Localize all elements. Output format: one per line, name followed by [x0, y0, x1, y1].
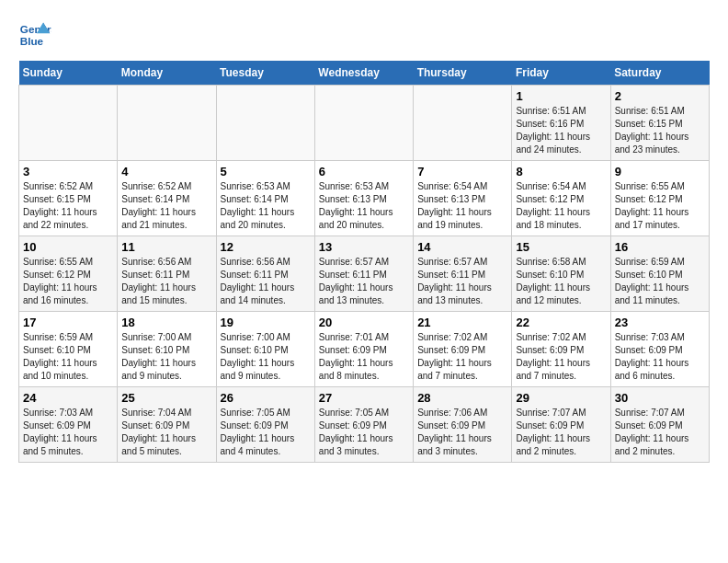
calendar-week-row: 3Sunrise: 6:52 AM Sunset: 6:15 PM Daylig… — [19, 161, 710, 236]
day-info: Sunrise: 7:05 AM Sunset: 6:09 PM Dayligh… — [319, 407, 409, 458]
calendar-cell: 13Sunrise: 6:57 AM Sunset: 6:11 PM Dayli… — [314, 236, 413, 312]
weekday-header-saturday: Saturday — [610, 61, 709, 86]
day-number: 29 — [516, 391, 606, 405]
day-info: Sunrise: 6:56 AM Sunset: 6:11 PM Dayligh… — [221, 256, 311, 307]
day-info: Sunrise: 7:05 AM Sunset: 6:09 PM Dayligh… — [221, 407, 311, 458]
day-info: Sunrise: 7:02 AM Sunset: 6:09 PM Dayligh… — [516, 331, 606, 383]
calendar-cell: 18Sunrise: 7:00 AM Sunset: 6:10 PM Dayli… — [118, 312, 216, 387]
day-number: 5 — [221, 165, 311, 178]
calendar-cell: 10Sunrise: 6:55 AM Sunset: 6:12 PM Dayli… — [19, 236, 118, 312]
day-number: 26 — [221, 391, 311, 405]
day-info: Sunrise: 7:01 AM Sunset: 6:09 PM Dayligh… — [319, 331, 409, 383]
calendar-cell: 23Sunrise: 7:03 AM Sunset: 6:09 PM Dayli… — [610, 312, 709, 387]
day-info: Sunrise: 6:54 AM Sunset: 6:13 PM Dayligh… — [417, 180, 507, 232]
calendar-cell: 24Sunrise: 7:03 AM Sunset: 6:09 PM Dayli… — [19, 387, 118, 463]
day-number: 10 — [23, 240, 113, 254]
day-number: 13 — [319, 240, 409, 254]
day-info: Sunrise: 7:04 AM Sunset: 6:09 PM Dayligh… — [121, 407, 211, 458]
weekday-header-thursday: Thursday — [414, 61, 512, 86]
day-number: 20 — [319, 316, 409, 329]
day-number: 16 — [615, 240, 705, 254]
day-number: 1 — [516, 89, 606, 103]
svg-text:Blue: Blue — [20, 35, 44, 47]
day-number: 19 — [221, 316, 311, 329]
day-number: 27 — [319, 391, 409, 405]
day-number: 21 — [417, 316, 507, 329]
calendar-cell: 8Sunrise: 6:54 AM Sunset: 6:12 PM Daylig… — [512, 161, 610, 236]
weekday-header-row: SundayMondayTuesdayWednesdayThursdayFrid… — [19, 61, 710, 86]
calendar-cell: 14Sunrise: 6:57 AM Sunset: 6:11 PM Dayli… — [414, 236, 512, 312]
day-number: 4 — [121, 165, 211, 178]
day-number: 11 — [121, 240, 211, 254]
day-number: 30 — [615, 391, 705, 405]
calendar-cell — [19, 86, 118, 161]
calendar-cell: 28Sunrise: 7:06 AM Sunset: 6:09 PM Dayli… — [414, 387, 512, 463]
day-info: Sunrise: 7:00 AM Sunset: 6:10 PM Dayligh… — [221, 331, 311, 383]
day-info: Sunrise: 7:02 AM Sunset: 6:09 PM Dayligh… — [417, 331, 507, 383]
calendar-cell: 26Sunrise: 7:05 AM Sunset: 6:09 PM Dayli… — [216, 387, 314, 463]
day-number: 3 — [23, 165, 113, 178]
day-number: 22 — [516, 316, 606, 329]
day-info: Sunrise: 6:56 AM Sunset: 6:11 PM Dayligh… — [121, 256, 211, 307]
day-number: 15 — [516, 240, 606, 254]
calendar-cell — [314, 86, 413, 161]
calendar-cell: 6Sunrise: 6:53 AM Sunset: 6:13 PM Daylig… — [314, 161, 413, 236]
calendar-cell: 16Sunrise: 6:59 AM Sunset: 6:10 PM Dayli… — [610, 236, 709, 312]
weekday-header-monday: Monday — [118, 61, 216, 86]
day-info: Sunrise: 6:58 AM Sunset: 6:10 PM Dayligh… — [516, 256, 606, 307]
calendar-cell — [216, 86, 314, 161]
day-info: Sunrise: 6:54 AM Sunset: 6:12 PM Dayligh… — [516, 180, 606, 232]
day-info: Sunrise: 6:51 AM Sunset: 6:16 PM Dayligh… — [516, 105, 606, 156]
day-info: Sunrise: 6:51 AM Sunset: 6:15 PM Dayligh… — [615, 105, 705, 156]
calendar-week-row: 10Sunrise: 6:55 AM Sunset: 6:12 PM Dayli… — [19, 236, 710, 312]
calendar-cell: 12Sunrise: 6:56 AM Sunset: 6:11 PM Dayli… — [216, 236, 314, 312]
calendar-cell: 4Sunrise: 6:52 AM Sunset: 6:14 PM Daylig… — [118, 161, 216, 236]
calendar-cell: 22Sunrise: 7:02 AM Sunset: 6:09 PM Dayli… — [512, 312, 610, 387]
logo: General Blue — [18, 18, 51, 52]
day-info: Sunrise: 6:55 AM Sunset: 6:12 PM Dayligh… — [615, 180, 705, 232]
calendar-cell: 25Sunrise: 7:04 AM Sunset: 6:09 PM Dayli… — [118, 387, 216, 463]
calendar-cell: 7Sunrise: 6:54 AM Sunset: 6:13 PM Daylig… — [414, 161, 512, 236]
day-number: 2 — [615, 89, 705, 103]
day-info: Sunrise: 6:53 AM Sunset: 6:13 PM Dayligh… — [319, 180, 409, 232]
weekday-header-wednesday: Wednesday — [314, 61, 413, 86]
day-number: 28 — [417, 391, 507, 405]
day-number: 23 — [615, 316, 705, 329]
calendar-cell: 21Sunrise: 7:02 AM Sunset: 6:09 PM Dayli… — [414, 312, 512, 387]
calendar-week-row: 17Sunrise: 6:59 AM Sunset: 6:10 PM Dayli… — [19, 312, 710, 387]
calendar-cell: 30Sunrise: 7:07 AM Sunset: 6:09 PM Dayli… — [610, 387, 709, 463]
day-number: 9 — [615, 165, 705, 178]
calendar-cell: 17Sunrise: 6:59 AM Sunset: 6:10 PM Dayli… — [19, 312, 118, 387]
day-info: Sunrise: 6:57 AM Sunset: 6:11 PM Dayligh… — [319, 256, 409, 307]
weekday-header-sunday: Sunday — [19, 61, 118, 86]
day-info: Sunrise: 6:55 AM Sunset: 6:12 PM Dayligh… — [23, 256, 113, 307]
day-number: 7 — [417, 165, 507, 178]
day-info: Sunrise: 7:07 AM Sunset: 6:09 PM Dayligh… — [516, 407, 606, 458]
day-info: Sunrise: 7:00 AM Sunset: 6:10 PM Dayligh… — [121, 331, 211, 383]
day-info: Sunrise: 7:03 AM Sunset: 6:09 PM Dayligh… — [615, 331, 705, 383]
calendar-cell: 3Sunrise: 6:52 AM Sunset: 6:15 PM Daylig… — [19, 161, 118, 236]
calendar-cell: 5Sunrise: 6:53 AM Sunset: 6:14 PM Daylig… — [216, 161, 314, 236]
day-number: 8 — [516, 165, 606, 178]
day-info: Sunrise: 6:59 AM Sunset: 6:10 PM Dayligh… — [615, 256, 705, 307]
calendar-cell: 1Sunrise: 6:51 AM Sunset: 6:16 PM Daylig… — [512, 86, 610, 161]
day-number: 14 — [417, 240, 507, 254]
day-info: Sunrise: 7:03 AM Sunset: 6:09 PM Dayligh… — [23, 407, 113, 458]
calendar-week-row: 24Sunrise: 7:03 AM Sunset: 6:09 PM Dayli… — [19, 387, 710, 463]
calendar-cell: 15Sunrise: 6:58 AM Sunset: 6:10 PM Dayli… — [512, 236, 610, 312]
day-info: Sunrise: 6:59 AM Sunset: 6:10 PM Dayligh… — [23, 331, 113, 383]
calendar-cell: 9Sunrise: 6:55 AM Sunset: 6:12 PM Daylig… — [610, 161, 709, 236]
day-info: Sunrise: 6:52 AM Sunset: 6:14 PM Dayligh… — [121, 180, 211, 232]
calendar-cell: 2Sunrise: 6:51 AM Sunset: 6:15 PM Daylig… — [610, 86, 709, 161]
calendar-header: SundayMondayTuesdayWednesdayThursdayFrid… — [19, 61, 710, 86]
calendar-cell — [118, 86, 216, 161]
calendar-cell — [414, 86, 512, 161]
calendar-body: 1Sunrise: 6:51 AM Sunset: 6:16 PM Daylig… — [19, 86, 710, 463]
day-number: 18 — [121, 316, 211, 329]
day-number: 24 — [23, 391, 113, 405]
day-number: 17 — [23, 316, 113, 329]
calendar-cell: 29Sunrise: 7:07 AM Sunset: 6:09 PM Dayli… — [512, 387, 610, 463]
page-header: General Blue — [18, 18, 710, 52]
weekday-header-friday: Friday — [512, 61, 610, 86]
calendar-table: SundayMondayTuesdayWednesdayThursdayFrid… — [18, 61, 710, 463]
